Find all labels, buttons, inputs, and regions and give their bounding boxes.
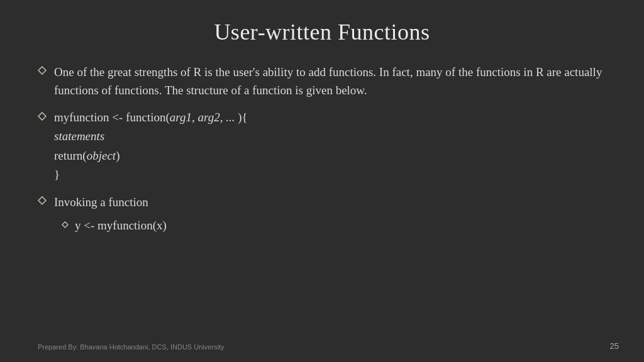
diamond-icon-1 [38,66,47,75]
bullet-intro: One of the great strengths of R is the u… [38,63,606,100]
bullet-code: myfunction <- function(arg1, arg2, ... )… [38,109,606,184]
code-block: myfunction <- function(arg1, arg2, ... )… [54,109,248,184]
bullet-invoking-group: Invoking a function y <- myfunction(x) [38,193,606,235]
code-line-1: myfunction <- function(arg1, arg2, ... )… [54,109,248,127]
slide-title: User-written Functions [38,19,606,45]
footer-text: Prepared By: Bhavana Hotchandani, DCS, I… [38,343,225,351]
diamond-icon-sub [62,219,69,226]
code-line-2: statements [54,128,248,146]
invoking-text: Invoking a function [54,193,148,211]
diamond-icon-2 [38,112,47,121]
svg-marker-3 [62,222,68,228]
page-number: 25 [610,341,619,351]
sub-bullet-text: y <- myfunction(x) [75,216,167,234]
code-line-3: return(object) [54,147,248,165]
slide-content: One of the great strengths of R is the u… [38,63,606,337]
bullet-invoking: Invoking a function [38,193,606,211]
code-line-4: } [54,166,248,184]
sub-bullet-invoke: y <- myfunction(x) [62,216,606,234]
svg-marker-1 [38,112,46,120]
intro-text: One of the great strengths of R is the u… [54,63,606,100]
diamond-icon-3 [38,196,47,205]
slide: User-written Functions One of the great … [0,0,644,362]
svg-marker-2 [38,197,46,204]
svg-marker-0 [38,67,46,74]
